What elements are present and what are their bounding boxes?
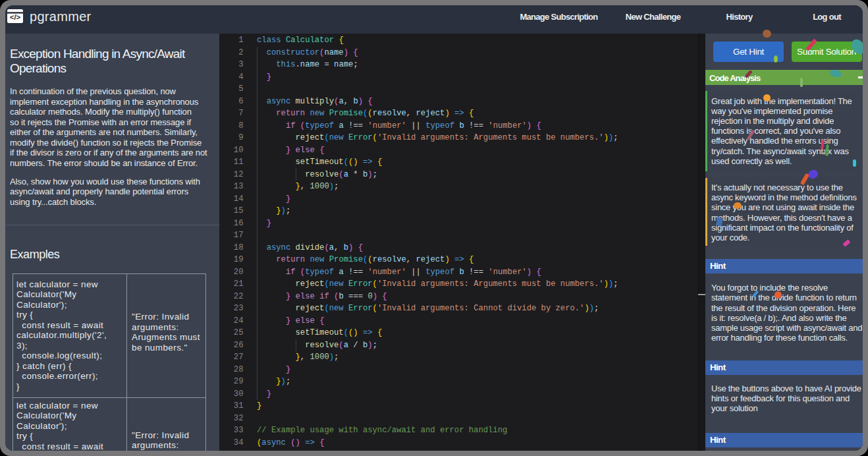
svg-text:</>: </> (10, 13, 21, 21)
